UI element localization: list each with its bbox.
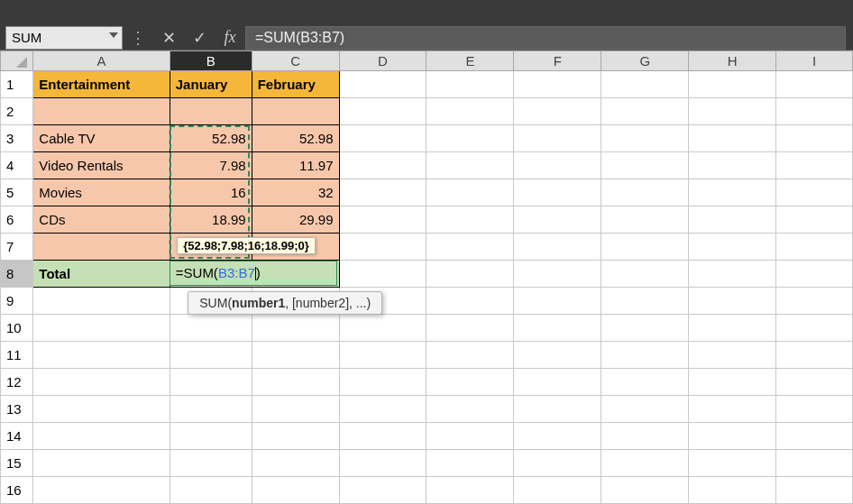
cell-B2[interactable] <box>170 98 252 125</box>
cell-D2[interactable] <box>339 98 426 125</box>
col-header-F[interactable]: F <box>514 51 601 71</box>
cell-G3[interactable] <box>601 125 689 152</box>
select-all-corner[interactable] <box>1 51 33 71</box>
col-header-G[interactable]: G <box>601 51 689 71</box>
cell-A8[interactable]: Total <box>33 261 170 288</box>
cell-E16[interactable] <box>426 477 514 504</box>
cell-G9[interactable] <box>601 288 689 315</box>
row-header-15[interactable]: 15 <box>1 450 33 477</box>
cancel-formula-button[interactable]: ✕ <box>153 26 184 50</box>
name-box[interactable]: SUM <box>5 26 123 50</box>
col-header-E[interactable]: E <box>426 51 514 71</box>
cell-F11[interactable] <box>514 342 601 369</box>
cell-G1[interactable] <box>601 71 689 98</box>
cell-A4[interactable]: Video Rentals <box>33 152 170 179</box>
cell-G2[interactable] <box>601 98 689 125</box>
cell-D7[interactable] <box>339 234 426 261</box>
cell-F13[interactable] <box>514 396 601 423</box>
cell-I10[interactable] <box>776 315 853 342</box>
cell-E5[interactable] <box>426 179 514 206</box>
cell-H6[interactable] <box>689 206 776 234</box>
cell-F1[interactable] <box>514 71 601 98</box>
cell-E9[interactable] <box>426 288 514 315</box>
cell-D10[interactable] <box>339 315 426 342</box>
cell-E11[interactable] <box>426 342 514 369</box>
cell-E10[interactable] <box>426 315 514 342</box>
cell-D8[interactable] <box>339 261 426 288</box>
cell-H15[interactable] <box>689 450 776 477</box>
cell-D3[interactable] <box>339 125 426 152</box>
cell-F14[interactable] <box>514 423 601 450</box>
cell-A11[interactable] <box>33 342 170 369</box>
row-header-14[interactable]: 14 <box>1 423 33 450</box>
cell-B3[interactable]: 52.98 <box>170 125 252 152</box>
cell-G14[interactable] <box>601 423 689 450</box>
cell-G16[interactable] <box>601 477 689 504</box>
cell-C1[interactable]: February <box>252 71 339 98</box>
cell-E13[interactable] <box>426 396 514 423</box>
row-header-5[interactable]: 5 <box>1 179 33 206</box>
col-header-D[interactable]: D <box>339 51 426 71</box>
cell-I8[interactable] <box>776 261 853 288</box>
formula-input[interactable]: =SUM(B3:B7) <box>245 26 846 50</box>
worksheet-grid[interactable]: A B C D E F G H I 1 Entertainment Januar… <box>0 50 853 504</box>
cell-G7[interactable] <box>601 234 689 261</box>
row-header-10[interactable]: 10 <box>1 315 33 342</box>
cell-I6[interactable] <box>776 206 853 234</box>
row-header-4[interactable]: 4 <box>1 152 33 179</box>
cell-C12[interactable] <box>252 369 339 396</box>
cell-H7[interactable] <box>689 234 776 261</box>
cell-H13[interactable] <box>689 396 776 423</box>
insert-function-button[interactable]: fx <box>215 26 245 50</box>
col-header-B[interactable]: B <box>170 51 252 71</box>
cell-C9[interactable] <box>252 288 339 315</box>
cell-A16[interactable] <box>33 477 170 504</box>
cell-E15[interactable] <box>426 450 514 477</box>
cell-E2[interactable] <box>426 98 514 125</box>
cell-C16[interactable] <box>252 477 339 504</box>
cell-H1[interactable] <box>689 71 776 98</box>
col-header-C[interactable]: C <box>252 51 339 71</box>
row-header-1[interactable]: 1 <box>1 71 33 98</box>
cell-I1[interactable] <box>776 71 853 98</box>
chevron-down-icon[interactable] <box>109 32 118 38</box>
cell-H14[interactable] <box>689 423 776 450</box>
cell-C4[interactable]: 11.97 <box>252 152 339 179</box>
cell-H12[interactable] <box>689 369 776 396</box>
cell-B5[interactable]: 16 <box>170 179 252 206</box>
cell-H11[interactable] <box>689 342 776 369</box>
cell-F4[interactable] <box>514 152 601 179</box>
cell-H5[interactable] <box>689 179 776 206</box>
row-header-12[interactable]: 12 <box>1 369 33 396</box>
cell-A12[interactable] <box>33 369 170 396</box>
cell-D16[interactable] <box>339 477 426 504</box>
cell-E14[interactable] <box>426 423 514 450</box>
cell-G12[interactable] <box>601 369 689 396</box>
cell-G4[interactable] <box>601 152 689 179</box>
cell-A6[interactable]: CDs <box>33 206 170 234</box>
cell-I2[interactable] <box>776 98 853 125</box>
cell-D13[interactable] <box>339 396 426 423</box>
col-header-H[interactable]: H <box>689 51 776 71</box>
cell-F15[interactable] <box>514 450 601 477</box>
row-header-9[interactable]: 9 <box>1 288 33 315</box>
cell-B16[interactable] <box>170 477 252 504</box>
row-header-11[interactable]: 11 <box>1 342 33 369</box>
cell-A15[interactable] <box>33 450 170 477</box>
row-header-6[interactable]: 6 <box>1 206 33 234</box>
row-header-13[interactable]: 13 <box>1 396 33 423</box>
cell-G6[interactable] <box>601 206 689 234</box>
cell-E1[interactable] <box>426 71 514 98</box>
cell-F16[interactable] <box>514 477 601 504</box>
cell-D9[interactable] <box>339 288 426 315</box>
cell-D1[interactable] <box>339 71 426 98</box>
cell-B14[interactable] <box>170 423 252 450</box>
row-header-3[interactable]: 3 <box>1 125 33 152</box>
cell-E6[interactable] <box>426 206 514 234</box>
cell-H10[interactable] <box>689 315 776 342</box>
cell-D6[interactable] <box>339 206 426 234</box>
cell-A3[interactable]: Cable TV <box>33 125 170 152</box>
cell-B4[interactable]: 7.98 <box>170 152 252 179</box>
cell-D4[interactable] <box>339 152 426 179</box>
cell-I16[interactable] <box>776 477 853 504</box>
